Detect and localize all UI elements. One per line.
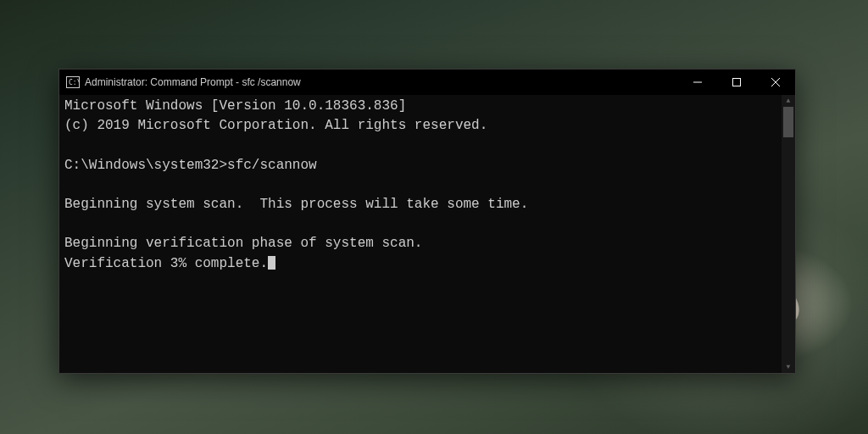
blank-line [64,214,790,234]
blank-line [64,136,790,155]
svg-text:C:\: C:\ [69,79,80,86]
scrollbar-thumb[interactable] [783,107,793,137]
verify-progress-line: Verification 3% complete. [64,254,790,274]
terminal-output[interactable]: Microsoft Windows [Version 10.0.18363.83… [59,95,795,373]
scan-begin-line: Beginning system scan. This process will… [64,195,790,214]
titlebar[interactable]: C:\ Administrator: Command Prompt - sfc … [59,70,795,95]
version-line: Microsoft Windows [Version 10.0.18363.83… [64,97,790,116]
blank-line [64,175,790,195]
prompt-line: C:\Windows\system32>sfc/scannow [64,156,790,175]
vertical-scrollbar[interactable]: ▲ ▼ [782,95,795,373]
terminal-cursor [268,256,275,270]
scroll-up-arrow[interactable]: ▲ [782,95,795,107]
copyright-line: (c) 2019 Microsoft Corporation. All righ… [64,116,790,136]
close-button[interactable] [756,70,795,95]
window-controls [678,70,795,95]
command-prompt-window: C:\ Administrator: Command Prompt - sfc … [58,69,796,374]
svg-rect-3 [733,79,741,86]
verify-begin-line: Beginning verification phase of system s… [64,234,790,253]
command-prompt-icon: C:\ [66,76,80,88]
scroll-down-arrow[interactable]: ▼ [782,361,795,373]
maximize-button[interactable] [717,70,756,95]
window-title: Administrator: Command Prompt - sfc /sca… [85,76,678,88]
minimize-button[interactable] [678,70,717,95]
